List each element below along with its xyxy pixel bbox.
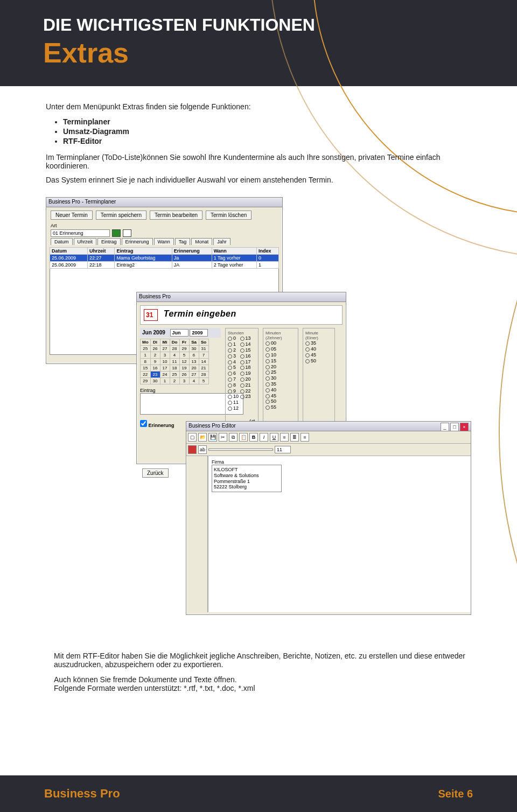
new-doc-icon[interactable]: ▢	[188, 433, 197, 442]
calendar-day[interactable]: 3	[160, 352, 170, 359]
calendar-day[interactable]: 29	[141, 378, 151, 384]
radio-option[interactable]: 1	[228, 341, 239, 347]
radio-option[interactable]: 35	[305, 340, 332, 346]
table-row[interactable]: 25.06.200922:18Eintrag2JA2 Tage vorher1	[50, 262, 279, 269]
radio-option[interactable]: 10	[228, 394, 239, 400]
month-dropdown[interactable]: Jun	[170, 329, 188, 337]
radio-option[interactable]: 11	[228, 400, 239, 405]
radio-option[interactable]: 30	[266, 375, 296, 381]
calendar-day[interactable]: 13	[189, 359, 199, 365]
calendar-day[interactable]: 2	[150, 352, 160, 359]
delete-appointment-button[interactable]: Termin löschen	[206, 211, 251, 220]
calendar-day[interactable]: 23	[150, 372, 160, 378]
calendar-day[interactable]: 9	[150, 359, 160, 365]
radio-option[interactable]: 18	[240, 365, 251, 370]
calendar-day[interactable]: 29	[179, 346, 189, 352]
radio-option[interactable]: 00	[266, 340, 296, 346]
align-right-icon[interactable]: ≡	[301, 433, 309, 442]
calendar-day[interactable]: 30	[150, 378, 160, 384]
radio-option[interactable]: 12	[228, 405, 239, 411]
calendar-day[interactable]: 4	[189, 378, 199, 384]
color-red-icon[interactable]	[188, 445, 197, 454]
open-icon[interactable]: 📂	[198, 433, 207, 442]
radio-option[interactable]: 15	[240, 347, 251, 353]
radio-option[interactable]: 15	[266, 358, 296, 364]
calendar-day[interactable]: 11	[170, 359, 179, 365]
radio-option[interactable]: 14	[240, 341, 251, 347]
tab[interactable]: Eintrag	[97, 238, 121, 245]
minimize-icon[interactable]: _	[441, 423, 449, 431]
tab[interactable]: Tag	[175, 238, 191, 245]
radio-option[interactable]: 40	[266, 387, 296, 393]
tab[interactable]: Erinnerung	[122, 238, 153, 245]
calendar-day[interactable]: 20	[189, 365, 199, 372]
radio-option[interactable]: 13	[240, 335, 251, 341]
font-family-select[interactable]	[208, 449, 273, 451]
calendar-day[interactable]: 17	[160, 365, 170, 372]
radio-option[interactable]: 9	[228, 388, 239, 394]
confirm-icon[interactable]	[112, 229, 121, 237]
erinnerung-checkbox[interactable]	[140, 420, 147, 427]
radio-option[interactable]: 19	[240, 370, 251, 376]
tab[interactable]: Uhrzeit	[74, 238, 97, 245]
calendar-day[interactable]: 14	[199, 359, 208, 365]
calendar-day[interactable]: 25	[170, 372, 179, 378]
calendar-day[interactable]: 26	[150, 346, 160, 352]
editor-canvas[interactable]: Firma KILOSOFTSoftware & SolutionsPommer…	[208, 456, 471, 612]
column-header[interactable]: Erinnerung	[172, 248, 212, 255]
radio-option[interactable]: 6	[228, 370, 239, 376]
save-icon[interactable]: 💾	[208, 433, 217, 442]
art-dropdown[interactable]: 01 Erinnerung	[51, 229, 110, 237]
align-center-icon[interactable]: ≣	[290, 433, 299, 442]
calendar-day[interactable]: 21	[199, 365, 208, 372]
radio-option[interactable]: 25	[266, 369, 296, 375]
calendar-day[interactable]: 30	[189, 346, 199, 352]
tab[interactable]: Datum	[51, 238, 73, 245]
radio-option[interactable]: 16	[240, 353, 251, 359]
mini-calendar[interactable]: MoDiMiDoFrSaSo25262728293031123456789101…	[140, 339, 209, 384]
radio-option[interactable]: 50	[305, 358, 332, 364]
calendar-day[interactable]: 25	[141, 346, 151, 352]
radio-option[interactable]: 40	[305, 346, 332, 352]
italic-icon[interactable]: I	[260, 433, 268, 442]
radio-option[interactable]: 3	[228, 353, 239, 359]
calendar-day[interactable]: 7	[199, 352, 208, 359]
radio-option[interactable]: 22	[240, 388, 251, 394]
radio-option[interactable]: 35	[266, 381, 296, 387]
year-dropdown[interactable]: 2009	[190, 329, 208, 337]
calendar-day[interactable]: 5	[179, 352, 189, 359]
calendar-day[interactable]: 28	[199, 372, 208, 378]
paste-icon[interactable]: 📋	[239, 433, 248, 442]
column-header[interactable]: Index	[256, 248, 278, 255]
calendar-day[interactable]: 1	[160, 378, 170, 384]
radio-option[interactable]: 0	[228, 335, 239, 341]
tab[interactable]: Jahr	[213, 238, 230, 245]
radio-option[interactable]: 20	[266, 364, 296, 370]
table-row[interactable]: 25.06.200922:27Mama GeburtstagJa1 Tag vo…	[50, 255, 279, 262]
firma-address-box[interactable]: KILOSOFTSoftware & SolutionsPommerstraße…	[212, 465, 282, 492]
radio-option[interactable]: 4	[228, 359, 239, 365]
maximize-icon[interactable]: □	[450, 423, 459, 431]
calendar-day[interactable]: 22	[141, 372, 151, 378]
radio-option[interactable]: 20	[240, 376, 251, 382]
new-appointment-button[interactable]: Neuer Termin	[51, 211, 93, 220]
radio-option[interactable]: 2	[228, 347, 239, 353]
font-size-select[interactable]: 11	[275, 446, 291, 453]
cut-icon[interactable]: ✂	[219, 433, 227, 442]
calendar-day[interactable]: 31	[199, 346, 208, 352]
calendar-day[interactable]: 8	[141, 359, 151, 365]
radio-option[interactable]: 55	[266, 404, 296, 410]
calendar-day[interactable]: 12	[179, 359, 189, 365]
calendar-day[interactable]: 16	[150, 365, 160, 372]
calendar-day[interactable]: 15	[141, 365, 151, 372]
calendar-day[interactable]: 1	[141, 352, 151, 359]
column-header[interactable]: Eintrag	[115, 248, 172, 255]
tab[interactable]: Wann	[154, 238, 174, 245]
underline-icon[interactable]: U	[270, 433, 278, 442]
tab[interactable]: Monat	[191, 238, 212, 245]
column-header[interactable]: Uhrzeit	[87, 248, 114, 255]
calendar-day[interactable]: 26	[179, 372, 189, 378]
calendar-day[interactable]: 18	[170, 365, 179, 372]
color-picker-icon[interactable]: ab	[198, 445, 207, 454]
radio-option[interactable]: 21	[240, 382, 251, 388]
